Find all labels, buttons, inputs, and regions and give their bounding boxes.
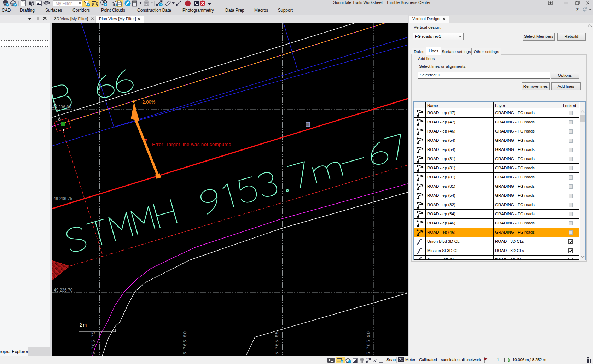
svg-text:49 236 75: 49 236 75 [53,196,72,201]
svg-text:★: ★ [87,3,90,6]
svg-text:★: ★ [6,3,9,6]
svg-text:-2.00%: -2.00% [141,99,156,105]
svg-text:0.1: 0.1 [366,358,370,360]
svg-text:5 765 80: 5 765 80 [182,330,187,354]
svg-text:5 765 90: 5 765 90 [366,330,371,354]
svg-text:5 765 75: 5 765 75 [91,330,96,354]
svg-text:49 236 80: 49 236 80 [52,105,71,110]
svg-text:Error: Target line was not com: Error: Target line was not computed [152,142,231,147]
svg-text:?: ? [160,3,162,6]
svg-text:★: ★ [104,3,107,6]
svg-text:5 765 85: 5 765 85 [274,330,279,354]
svg-text:49 236 70: 49 236 70 [54,288,73,293]
svg-text:★: ★ [14,3,17,6]
svg-text:2 m: 2 m [80,323,87,328]
